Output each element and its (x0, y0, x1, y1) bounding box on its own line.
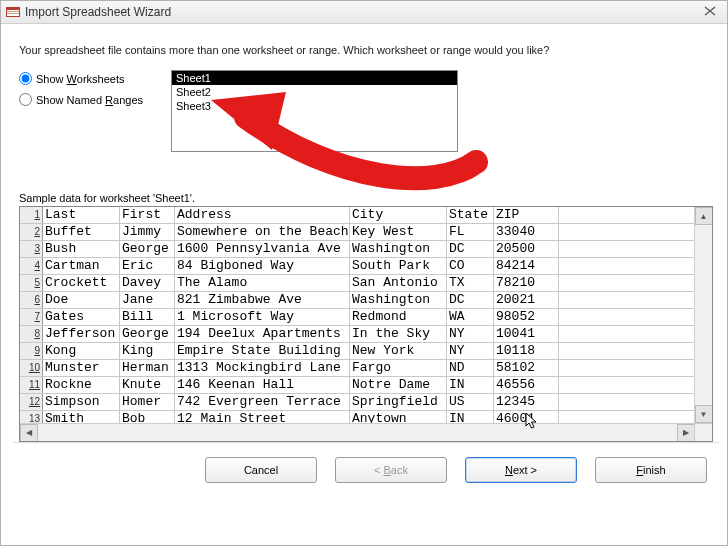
table-row: 7GatesBill1 Microsoft WayRedmondWA98052 (20, 309, 712, 326)
cell-pad (559, 326, 712, 343)
cell: NY (447, 326, 494, 343)
cell: Jimmy (120, 224, 175, 241)
cell: 146 Keenan Hall (175, 377, 350, 394)
cell: Buffet (43, 224, 120, 241)
cell: First (120, 207, 175, 224)
client-area: Your spreadsheet file contains more than… (1, 24, 727, 545)
sheet-item[interactable]: Sheet1 (172, 71, 457, 85)
cell: Knute (120, 377, 175, 394)
row-number: 5 (20, 275, 43, 292)
cell: 84214 (494, 258, 559, 275)
table-row: 9KongKingEmpire State BuildingNew YorkNY… (20, 343, 712, 360)
cell: Doe (43, 292, 120, 309)
cell: Herman (120, 360, 175, 377)
cell: 98052 (494, 309, 559, 326)
cell: IN (447, 377, 494, 394)
cell: TX (447, 275, 494, 292)
cell: The Alamo (175, 275, 350, 292)
cell: Key West (350, 224, 447, 241)
cell: Empire State Building (175, 343, 350, 360)
horizontal-scrollbar[interactable]: ◀ ▶ (20, 423, 695, 441)
cell: George (120, 326, 175, 343)
scroll-up-icon[interactable]: ▲ (695, 207, 713, 225)
scroll-right-icon[interactable]: ▶ (677, 424, 695, 442)
cell: Bill (120, 309, 175, 326)
cell: 20021 (494, 292, 559, 309)
back-button[interactable]: < Back (335, 457, 447, 483)
row-number: 1 (20, 207, 43, 224)
table-row: 4CartmanEric84 Bigboned WaySouth ParkCO8… (20, 258, 712, 275)
cell: 10041 (494, 326, 559, 343)
scrollbar-corner (694, 423, 712, 441)
cell-pad (559, 377, 712, 394)
svg-rect-3 (7, 11, 19, 12)
radio-show-worksheets[interactable]: Show Worksheets (19, 72, 143, 85)
row-number: 6 (20, 292, 43, 309)
cell: 84 Bigboned Way (175, 258, 350, 275)
row-number: 11 (20, 377, 43, 394)
svg-rect-2 (7, 8, 19, 10)
finish-button[interactable]: Finish (595, 457, 707, 483)
row-number: 10 (20, 360, 43, 377)
cell: Last (43, 207, 120, 224)
close-button[interactable] (697, 5, 723, 19)
next-button[interactable]: Next > (465, 457, 577, 483)
app-icon (5, 4, 21, 20)
window-title: Import Spreadsheet Wizard (25, 5, 697, 19)
cell: WA (447, 309, 494, 326)
cell: 46556 (494, 377, 559, 394)
sheet-item[interactable]: Sheet3 (172, 99, 457, 113)
scroll-left-icon[interactable]: ◀ (20, 424, 38, 442)
vertical-scrollbar[interactable]: ▲ ▼ (694, 207, 712, 423)
cell-pad (559, 360, 712, 377)
cell: South Park (350, 258, 447, 275)
table-row: 10MunsterHerman1313 Mockingbird LaneFarg… (20, 360, 712, 377)
cell: 20500 (494, 241, 559, 258)
cell: Address (175, 207, 350, 224)
cell: San Antonio (350, 275, 447, 292)
cell: Rockne (43, 377, 120, 394)
cell: NY (447, 343, 494, 360)
cell: New York (350, 343, 447, 360)
data-table: 1LastFirstAddressCityStateZIP2BuffetJimm… (20, 207, 712, 428)
cell: Washington (350, 292, 447, 309)
cell: 1 Microsoft Way (175, 309, 350, 326)
scroll-down-icon[interactable]: ▼ (695, 405, 713, 423)
cell: Washington (350, 241, 447, 258)
radio-show-named-ranges-input[interactable] (19, 93, 32, 106)
svg-rect-4 (7, 13, 19, 14)
cell: 194 Deelux Apartments (175, 326, 350, 343)
cell: Cartman (43, 258, 120, 275)
sheet-item[interactable]: Sheet2 (172, 85, 457, 99)
radio-show-named-ranges[interactable]: Show Named Ranges (19, 93, 143, 106)
cell: Jefferson (43, 326, 120, 343)
cell: 10118 (494, 343, 559, 360)
cell: ND (447, 360, 494, 377)
cell: Jane (120, 292, 175, 309)
row-number: 12 (20, 394, 43, 411)
cell: DC (447, 292, 494, 309)
row-number: 7 (20, 309, 43, 326)
table-row: 12SimpsonHomer742 Evergreen TerraceSprin… (20, 394, 712, 411)
cell-pad (559, 275, 712, 292)
cell: King (120, 343, 175, 360)
cell: FL (447, 224, 494, 241)
table-row: 6DoeJane821 Zimbabwe AveWashingtonDC2002… (20, 292, 712, 309)
row-number: 4 (20, 258, 43, 275)
cell: In the Sky (350, 326, 447, 343)
radio-show-worksheets-input[interactable] (19, 72, 32, 85)
sample-grid: 1LastFirstAddressCityStateZIP2BuffetJimm… (19, 206, 713, 442)
table-row: 3BushGeorge1600 Pennsylvania AveWashingt… (20, 241, 712, 258)
cell-pad (559, 207, 712, 224)
cell: 78210 (494, 275, 559, 292)
cell: Gates (43, 309, 120, 326)
cell: Eric (120, 258, 175, 275)
cancel-button[interactable]: Cancel (205, 457, 317, 483)
radio-group: Show Worksheets Show Named Ranges (19, 70, 143, 106)
row-number: 2 (20, 224, 43, 241)
table-row: 5CrockettDaveyThe AlamoSan AntonioTX7821… (20, 275, 712, 292)
table-row: 11RockneKnute146 Keenan HallNotre DameIN… (20, 377, 712, 394)
titlebar: Import Spreadsheet Wizard (1, 1, 727, 24)
sheet-listbox[interactable]: Sheet1 Sheet2 Sheet3 (171, 70, 458, 152)
button-bar: Cancel < Back Next > Finish (199, 443, 713, 493)
